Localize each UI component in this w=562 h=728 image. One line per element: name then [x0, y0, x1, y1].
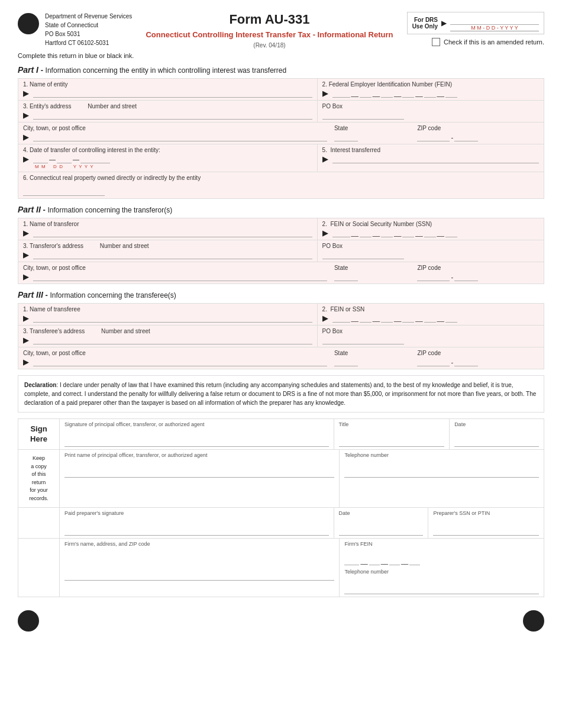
part2-address-input-row: ▶ — [23, 250, 312, 259]
preparer-date-label: Date — [339, 510, 424, 516]
part1-entity-name-cell: 1. Name of entity ▶ — [18, 79, 318, 100]
part3-zip-label: ZIP code — [417, 350, 539, 356]
part1-interest-input[interactable] — [332, 154, 539, 163]
form-title-block: Form AU-331 Connecticut Controlling Inte… — [132, 12, 406, 49]
part2-zip-input2[interactable] — [454, 272, 478, 281]
fein-seg1[interactable] — [332, 89, 350, 98]
date-cell: Date — [450, 419, 544, 449]
part3-fein-input-row: ▶ __ __ __ __ __ — [322, 314, 539, 323]
part1-dd-input[interactable] — [57, 154, 72, 163]
title-input[interactable] — [339, 437, 445, 447]
part3-fein-label: 2. FEIN or SSN — [322, 306, 539, 313]
part2-fein-cell: 2. FEIN or Social Security Number (SSN) … — [318, 218, 544, 240]
part2-zip-input1[interactable] — [417, 272, 450, 281]
p3-fein-seg2[interactable] — [360, 314, 372, 323]
p2-fein-seg4[interactable] — [402, 228, 414, 237]
fein-seg6[interactable] — [445, 89, 457, 98]
tel-cell: Telephone number — [340, 450, 544, 507]
drs-date-input[interactable] — [450, 15, 539, 25]
part1-yyyy-input[interactable] — [80, 154, 110, 163]
footer — [18, 609, 544, 632]
part3-zip-input2[interactable] — [454, 357, 478, 366]
preparer-ssn-label: Preparer's SSN or PTIN — [433, 510, 539, 516]
firm-name-input[interactable] — [64, 571, 334, 581]
part1-row5: 6. Connecticut real property owned direc… — [18, 172, 544, 198]
arrow-icon2: ▶ — [322, 89, 328, 98]
tel-input[interactable] — [344, 468, 539, 478]
fein-seg2[interactable] — [360, 89, 372, 98]
sig-input[interactable] — [64, 437, 329, 447]
firm-fein-seg2[interactable] — [369, 556, 380, 565]
sign-section: SignHere Signature of principal officer,… — [18, 418, 544, 597]
part1-date-cell: 4. Date of transfer of controlling inter… — [18, 144, 318, 172]
part3-name-input[interactable] — [33, 314, 312, 323]
part3-zip-input1[interactable] — [417, 357, 450, 366]
part3-name-label: 1. Name of transferee — [23, 306, 312, 313]
p2-fein-seg3[interactable] — [381, 228, 393, 237]
arrow-icon5: ▶ — [23, 155, 28, 163]
p2-fein-seg5[interactable] — [424, 228, 436, 237]
preparer-sig-input[interactable] — [64, 526, 329, 536]
p3-fein-seg6[interactable] — [445, 314, 457, 323]
date-input[interactable] — [454, 437, 539, 447]
part3-state-input[interactable] — [334, 357, 358, 366]
part2-zip-group: ZIP code - — [417, 265, 539, 281]
firm-fein-seg1[interactable] — [344, 556, 359, 565]
part1-po-input[interactable] — [322, 111, 404, 120]
part2-city-input[interactable] — [33, 272, 327, 281]
part1-date-input-row: ▶ — — — [23, 154, 312, 163]
part1-entity-name-input[interactable] — [33, 89, 312, 98]
part1-fein-group: __ __ __ __ __ — [332, 89, 457, 98]
part2-name-input[interactable] — [33, 228, 312, 237]
part2-row1: 1. Name of transferor ▶ 2. FEIN or Socia… — [18, 218, 544, 240]
part2-zip-inputs: - — [417, 272, 539, 281]
fein-seg4[interactable] — [402, 89, 414, 98]
dept-info: Department of Revenue Services State of … — [45, 12, 132, 47]
title-cell: Title — [334, 419, 450, 449]
part1-section: 1. Name of entity ▶ 2. Federal Employer … — [18, 78, 544, 199]
part2-state-group: State — [334, 265, 410, 281]
sign-row2: Keepa copyof thisreturnfor yourrecords. … — [18, 450, 544, 508]
part3-po-input[interactable] — [322, 336, 404, 344]
part1-row1: 1. Name of entity ▶ 2. Federal Employer … — [18, 79, 544, 101]
print-name-input[interactable] — [64, 468, 334, 478]
firm-tel-input[interactable] — [344, 584, 539, 594]
part2-po-input[interactable] — [322, 250, 404, 259]
amended-checkbox[interactable] — [432, 38, 440, 46]
firm-fein-seg4[interactable] — [409, 556, 420, 565]
header: Department of Revenue Services State of … — [18, 12, 544, 49]
firm-fein-seg3[interactable] — [389, 556, 400, 565]
part1-zip-input2[interactable] — [454, 133, 478, 141]
p2-fein-seg2[interactable] — [360, 228, 372, 237]
part3-city-input[interactable] — [33, 357, 327, 366]
part1-city-input[interactable] — [33, 133, 327, 141]
part2-address-input[interactable] — [33, 250, 312, 259]
part1-state-input[interactable] — [334, 133, 358, 141]
part1-date-label: 4. Date of transfer of controlling inter… — [23, 147, 312, 153]
part3-address-input[interactable] — [33, 336, 312, 344]
preparer-date-input[interactable] — [339, 526, 424, 536]
arrow-icon13: ▶ — [23, 336, 28, 344]
p2-fein-seg6[interactable] — [445, 228, 457, 237]
p2-fein-seg1[interactable] — [332, 228, 350, 237]
part1-date-group: — — — [33, 154, 110, 163]
part1-mm-input[interactable] — [33, 154, 48, 163]
part3-po-label: PO Box — [322, 328, 539, 334]
p3-fein-seg4[interactable] — [402, 314, 414, 323]
p3-fein-seg1[interactable] — [332, 314, 350, 323]
part1-interest-cell: 5. Interest transferred ▶ — [318, 144, 544, 172]
part3-fein-group: __ __ __ __ __ — [332, 314, 457, 323]
p3-fein-seg3[interactable] — [381, 314, 393, 323]
fein-seg5[interactable] — [424, 89, 436, 98]
part2-city-input-row: ▶ — [23, 272, 327, 281]
firm-fein-tel-cell: Firm's FEIN __ __ __ Telephone number — [340, 539, 544, 597]
part2-state-input[interactable] — [334, 272, 358, 281]
part1-property-input[interactable] — [23, 187, 105, 196]
preparer-ssn-input[interactable] — [433, 526, 539, 536]
part1-zip-input1[interactable] — [417, 133, 450, 141]
part1-address-input[interactable] — [33, 111, 312, 120]
preparer-sig-label: Paid preparer's signature — [64, 510, 329, 516]
preparer-date-cell: Date — [334, 508, 429, 538]
p3-fein-seg5[interactable] — [424, 314, 436, 323]
fein-seg3[interactable] — [381, 89, 393, 98]
